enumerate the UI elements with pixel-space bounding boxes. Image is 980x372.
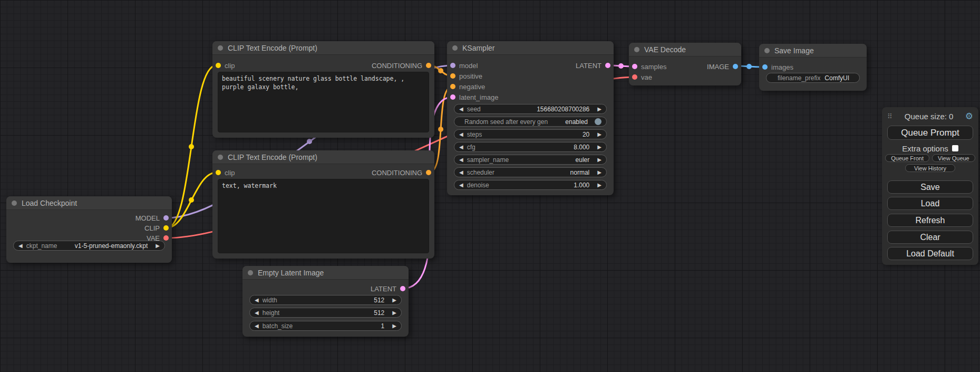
increment-arrow-icon[interactable]: ▶ xyxy=(597,170,601,175)
widget-denoise[interactable]: ◀ denoise 1.000 ▶ xyxy=(454,180,607,190)
link-dot xyxy=(189,144,194,149)
decrement-arrow-icon[interactable]: ◀ xyxy=(459,170,463,175)
widget-batch-size[interactable]: ◀ batch_size 1 ▶ xyxy=(249,321,402,331)
node-title-bar[interactable]: Load Checkpoint xyxy=(6,196,172,210)
collapse-dot-icon[interactable] xyxy=(218,45,223,51)
increment-arrow-icon[interactable]: ▶ xyxy=(597,132,601,137)
collapse-dot-icon[interactable] xyxy=(218,155,223,160)
input-positive: positive xyxy=(450,71,482,81)
widget-cfg[interactable]: ◀ cfg 8.000 ▶ xyxy=(454,142,607,152)
queue-prompt-button[interactable]: Queue Prompt xyxy=(887,126,973,140)
port-label: negative xyxy=(459,83,485,91)
decrement-arrow-icon[interactable]: ◀ xyxy=(459,132,463,137)
widget-filename-prefix[interactable]: filename_prefix ComfyUI xyxy=(766,73,860,83)
decrement-arrow-icon[interactable]: ◀ xyxy=(459,145,463,150)
port-label: model xyxy=(459,62,478,70)
clip-port-icon[interactable] xyxy=(216,170,221,175)
widget-height[interactable]: ◀ height 512 ▶ xyxy=(249,308,402,318)
widget-sampler-name[interactable]: ◀ sampler_name euler ▶ xyxy=(454,155,607,165)
node-empty-latent-image[interactable]: Empty Latent Image LATENT ◀ width 512 ▶ … xyxy=(242,266,409,337)
collapse-dot-icon[interactable] xyxy=(764,48,770,53)
increment-arrow-icon[interactable]: ▶ xyxy=(597,107,601,112)
toggle-dot-icon[interactable] xyxy=(595,118,601,125)
widget-steps[interactable]: ◀ steps 20 ▶ xyxy=(454,129,607,139)
node-title-bar[interactable]: Save Image xyxy=(759,44,867,58)
collapse-dot-icon[interactable] xyxy=(248,270,253,275)
latent-port-icon[interactable] xyxy=(450,94,455,100)
port-label: samples xyxy=(641,63,666,71)
collapse-dot-icon[interactable] xyxy=(452,45,458,51)
node-title-bar[interactable]: CLIP Text Encode (Prompt) xyxy=(212,41,434,55)
vae-port-icon[interactable] xyxy=(632,74,637,80)
prompt-text-input[interactable]: text, watermark xyxy=(218,179,429,253)
decrement-arrow-icon[interactable]: ◀ xyxy=(255,298,259,303)
load-default-button[interactable]: Load Default xyxy=(887,247,973,260)
widget-scheduler[interactable]: ◀ scheduler normal ▶ xyxy=(454,167,607,177)
node-ksampler[interactable]: KSampler model positive negative latent_… xyxy=(447,41,614,195)
increment-arrow-icon[interactable]: ▶ xyxy=(392,310,396,316)
widget-width[interactable]: ◀ width 512 ▶ xyxy=(249,295,402,305)
increment-arrow-icon[interactable]: ▶ xyxy=(156,243,160,249)
queue-mini-buttons: Queue Front View Queue xyxy=(886,154,974,162)
clip-port-icon[interactable] xyxy=(163,225,169,231)
widget-name: denoise xyxy=(467,182,489,189)
conditioning-port-icon[interactable] xyxy=(426,170,431,175)
widget-value: euler xyxy=(576,156,590,164)
node-save-image[interactable]: Save Image images filename_prefix ComfyU… xyxy=(759,44,867,91)
node-vae-decode[interactable]: VAE Decode samples vae IMAGE xyxy=(629,43,741,85)
refresh-button[interactable]: Refresh xyxy=(887,214,973,227)
decrement-arrow-icon[interactable]: ◀ xyxy=(18,243,23,249)
conditioning-port-icon[interactable] xyxy=(450,84,455,89)
increment-arrow-icon[interactable]: ▶ xyxy=(392,298,396,303)
increment-arrow-icon[interactable]: ▶ xyxy=(597,183,601,188)
node-load-checkpoint[interactable]: Load Checkpoint MODEL CLIP VAE ◀ ckpt_na… xyxy=(6,196,172,263)
collapse-dot-icon[interactable] xyxy=(634,47,639,52)
view-queue-button[interactable]: View Queue xyxy=(932,154,975,162)
latent-port-icon[interactable] xyxy=(400,286,405,291)
node-clip-text-encode-positive[interactable]: CLIP Text Encode (Prompt) clip CONDITION… xyxy=(212,41,434,138)
latent-port-icon[interactable] xyxy=(605,63,610,68)
extra-options-label: Extra options xyxy=(902,144,948,153)
collapse-dot-icon[interactable] xyxy=(12,201,17,206)
widget-ckpt-name[interactable]: ◀ ckpt_name v1-5-pruned-emaonly.ckpt ▶ xyxy=(13,241,165,251)
clip-port-icon[interactable] xyxy=(216,63,221,68)
node-title-bar[interactable]: VAE Decode xyxy=(629,43,741,56)
image-port-icon[interactable] xyxy=(762,64,768,70)
decrement-arrow-icon[interactable]: ◀ xyxy=(459,107,463,112)
latent-port-icon[interactable] xyxy=(632,64,637,69)
decrement-arrow-icon[interactable]: ◀ xyxy=(459,157,463,163)
load-button[interactable]: Load xyxy=(887,197,973,210)
widget-seed[interactable]: ◀ seed 156680208700286 ▶ xyxy=(454,104,607,114)
node-title-bar[interactable]: Empty Latent Image xyxy=(242,266,409,280)
extra-options-checkbox[interactable] xyxy=(952,145,958,151)
link-dot xyxy=(438,127,443,132)
queue-front-button[interactable]: Queue Front xyxy=(885,154,929,162)
conditioning-port-icon[interactable] xyxy=(426,63,431,68)
view-history-button[interactable]: View History xyxy=(905,164,955,172)
node-title-bar[interactable]: CLIP Text Encode (Prompt) xyxy=(212,150,434,164)
widget-value: enabled xyxy=(565,118,588,126)
decrement-arrow-icon[interactable]: ◀ xyxy=(459,183,463,188)
increment-arrow-icon[interactable]: ▶ xyxy=(597,145,601,150)
model-port-icon[interactable] xyxy=(163,215,169,221)
widget-random-seed-toggle[interactable]: Random seed after every gen enabled xyxy=(454,117,607,127)
save-button[interactable]: Save xyxy=(887,180,973,194)
input-vae: vae xyxy=(632,72,652,82)
increment-arrow-icon[interactable]: ▶ xyxy=(597,157,601,163)
graph-canvas[interactable]: Load Checkpoint MODEL CLIP VAE ◀ ckpt_na… xyxy=(0,0,980,372)
decrement-arrow-icon[interactable]: ◀ xyxy=(255,323,259,329)
input-samples: samples xyxy=(632,62,666,71)
decrement-arrow-icon[interactable]: ◀ xyxy=(255,310,259,316)
widget-value: 1 xyxy=(381,322,385,330)
clear-button[interactable]: Clear xyxy=(887,231,973,244)
node-clip-text-encode-negative[interactable]: CLIP Text Encode (Prompt) clip CONDITION… xyxy=(212,150,434,259)
conditioning-port-icon[interactable] xyxy=(450,73,455,79)
drag-handle-icon[interactable]: ⠿ xyxy=(887,112,893,120)
model-port-icon[interactable] xyxy=(450,63,455,68)
increment-arrow-icon[interactable]: ▶ xyxy=(392,323,396,329)
node-title-bar[interactable]: KSampler xyxy=(447,41,614,55)
image-port-icon[interactable] xyxy=(733,64,738,69)
settings-gear-icon[interactable]: ⚙ xyxy=(965,112,973,121)
prompt-text-input[interactable]: beautiful scenery nature glass bottle la… xyxy=(218,72,429,132)
vae-port-icon[interactable] xyxy=(163,235,169,241)
